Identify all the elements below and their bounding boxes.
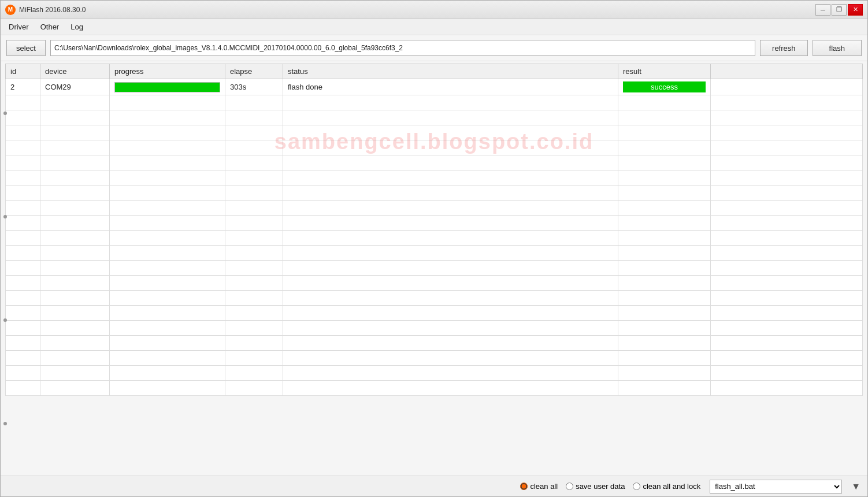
toolbar: select refresh flash [1, 35, 867, 61]
col-header-status: status [283, 64, 618, 79]
device-table-container[interactable]: id device progress elapse status result … [5, 64, 863, 473]
cell-extra [711, 79, 863, 95]
cell-result: success [618, 79, 711, 95]
option-save-user-data[interactable]: save user data [566, 482, 625, 491]
table-empty-row [6, 110, 863, 125]
col-header-elapse: elapse [225, 64, 283, 79]
menu-other[interactable]: Other [35, 20, 65, 34]
col-header-id: id [6, 64, 40, 79]
table-empty-row [6, 306, 863, 321]
flash-option-group: clean all save user data clean all and l… [520, 482, 700, 491]
title-bar: M MiFlash 2016.08.30.0 ─ ❐ ✕ [1, 1, 867, 19]
option-clean-all-label: clean all [530, 482, 558, 491]
progress-bar-container [114, 82, 220, 92]
menu-driver[interactable]: Driver [3, 20, 35, 34]
close-button[interactable]: ✕ [848, 4, 863, 16]
table-empty-row [6, 155, 863, 170]
select-button[interactable]: select [6, 40, 46, 56]
minimize-button[interactable]: ─ [815, 4, 830, 16]
table-empty-row [6, 231, 863, 246]
table-empty-row [6, 321, 863, 336]
side-dot-3 [3, 318, 7, 322]
option-clean-all-and-lock[interactable]: clean all and lock [633, 482, 700, 491]
col-header-device: device [40, 64, 110, 79]
window-controls: ─ ❐ ✕ [815, 4, 863, 16]
side-indicators [3, 61, 8, 476]
table-empty-row [6, 186, 863, 201]
table-empty-row [6, 201, 863, 216]
table-empty-row [6, 125, 863, 140]
cell-elapse: 303s [225, 79, 283, 95]
side-dot-4 [3, 422, 7, 425]
restore-button[interactable]: ❐ [832, 4, 847, 16]
bat-file-select[interactable]: flash_all.batflash_all_except_storage.ba… [710, 480, 842, 494]
device-table: id device progress elapse status result … [5, 64, 863, 396]
menu-log[interactable]: Log [65, 20, 89, 34]
side-dot-2 [3, 215, 7, 218]
main-content: sambengcell.blogspot.co.id id device pro… [1, 61, 867, 476]
col-header-progress: progress [110, 64, 225, 79]
table-empty-row [6, 95, 863, 110]
side-dot-1 [3, 112, 7, 115]
flash-button[interactable]: flash [813, 40, 862, 56]
option-save-user-data-label: save user data [576, 482, 625, 491]
menu-bar: Driver Other Log [1, 19, 867, 35]
table-empty-row [6, 261, 863, 276]
radio-clean-all-and-lock[interactable] [633, 483, 640, 490]
table-empty-row [6, 351, 863, 366]
table-empty-row [6, 216, 863, 231]
table-empty-row [6, 336, 863, 351]
table-empty-row [6, 366, 863, 381]
table-empty-row [6, 291, 863, 306]
cell-id: 2 [6, 79, 40, 95]
cell-device: COM29 [40, 79, 110, 95]
table-empty-row [6, 246, 863, 261]
table-empty-row [6, 140, 863, 155]
bat-dropdown-arrow[interactable]: ▼ [851, 481, 860, 492]
option-clean-all[interactable]: clean all [520, 482, 558, 491]
window-title: MiFlash 2016.08.30.0 [19, 6, 815, 14]
cell-status: flash done [283, 79, 618, 95]
col-header-result: result [618, 64, 711, 79]
col-header-extra [711, 64, 863, 79]
refresh-button[interactable]: refresh [760, 40, 807, 56]
table-row: 2 COM29 303s flash done success [6, 79, 863, 95]
bottom-bar: clean all save user data clean all and l… [1, 476, 867, 496]
radio-save-user-data[interactable] [566, 483, 573, 490]
app-icon: M [5, 5, 16, 15]
table-empty-row [6, 170, 863, 186]
result-badge: success [623, 81, 706, 92]
main-window: M MiFlash 2016.08.30.0 ─ ❐ ✕ Driver Othe… [0, 0, 868, 497]
progress-bar-fill [115, 83, 220, 92]
table-empty-row [6, 276, 863, 291]
cell-progress [110, 79, 225, 95]
path-input[interactable] [50, 40, 755, 56]
option-clean-all-and-lock-label: clean all and lock [643, 482, 700, 491]
radio-clean-all[interactable] [520, 483, 528, 490]
table-empty-row [6, 381, 863, 396]
table-header-row: id device progress elapse status result [6, 64, 863, 79]
